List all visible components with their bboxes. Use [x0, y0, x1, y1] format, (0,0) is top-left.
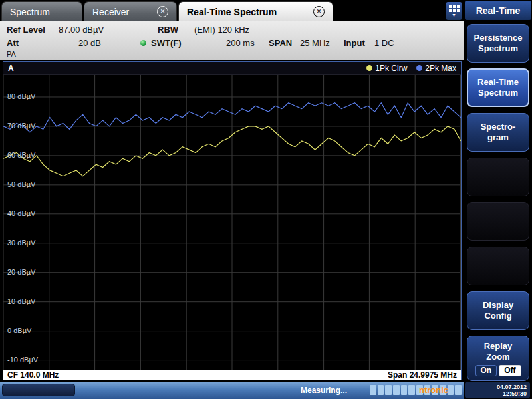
chart-header: A 1Pk Clrw2Pk Max: [3, 62, 461, 75]
legend-2pk-max: 2Pk Max: [416, 64, 456, 73]
progress-segment: [385, 385, 392, 395]
ref-level-label: Ref Level: [7, 25, 45, 35]
tab-spectrum[interactable]: Spectrum: [1, 1, 82, 21]
rbw-value[interactable]: (EMI) 120 kHz: [194, 25, 249, 35]
softkey-label: Persistence: [474, 33, 523, 43]
measuring-status: Measuring...: [301, 386, 347, 395]
chevron-down-icon: ▼: [452, 13, 456, 17]
tab-close-icon[interactable]: ✕: [313, 6, 325, 17]
replay-zoom-toggle: OnOff: [475, 365, 521, 376]
span-value[interactable]: 25 MHz: [300, 38, 330, 48]
softkey-panel: Real-Time PersistenceSpectrumReal-TimeSp…: [464, 0, 532, 399]
trace-canvas: [3, 75, 461, 370]
grid-menu-icon[interactable]: ▼: [446, 2, 462, 20]
progress-segment: [401, 385, 408, 395]
rbw-label: RBW: [158, 25, 178, 35]
trace-marker-icon: [416, 65, 422, 71]
tab-real-time-spectrum[interactable]: Real-Time Spectrum✕: [178, 1, 333, 21]
datetime-box: 04.07.2012 12:59:30: [465, 382, 530, 398]
window-label: A: [8, 64, 14, 73]
dots-grid-icon: [449, 5, 460, 12]
progress-segment: [370, 385, 376, 395]
ref-level-value[interactable]: 87.00 dBµV: [59, 25, 104, 35]
input-label: Input: [344, 38, 365, 48]
progress-segment: [455, 385, 462, 395]
watermark: ntronic: [419, 385, 448, 395]
screen: { "tabs": [ {"label": "Spectrum", "closa…: [0, 0, 532, 399]
date-label: 04.07.2012: [465, 384, 527, 390]
progress-segment: [408, 385, 415, 395]
pa-indicator: PA: [7, 50, 16, 58]
spectrum-chart: A 1Pk Clrw2Pk Max 80 dBµV70 dBµV60 dBµV5…: [3, 61, 462, 380]
swt-label: SWT(F): [151, 38, 181, 48]
softkey-empty: [467, 202, 529, 241]
softkey-spectro-gram[interactable]: Spectro-gram: [467, 113, 529, 152]
tab-bar: SpectrumReceiver✕Real-Time Spectrum✕: [0, 0, 464, 21]
softkey-label: Replay: [484, 341, 513, 352]
tab-label: Real-Time Spectrum: [187, 7, 277, 17]
center-frequency-readout[interactable]: CF 140.0 MHz: [7, 370, 59, 380]
settings-bar: Ref Level 87.00 dBµV RBW (EMI) 120 kHz A…: [0, 21, 464, 60]
toggle-option-off[interactable]: Off: [499, 365, 521, 376]
tab-receiver[interactable]: Receiver✕: [84, 1, 177, 21]
legend-1pk-clrw: 1Pk Clrw: [366, 64, 407, 73]
tab-label: Spectrum: [10, 7, 50, 17]
swt-led-icon: [140, 40, 146, 46]
softkey-persistence-spectrum[interactable]: PersistenceSpectrum: [467, 24, 529, 63]
trace-marker-icon: [366, 65, 372, 71]
softkey-real-time-spectrum[interactable]: Real-TimeSpectrum: [467, 68, 529, 107]
att-value[interactable]: 20 dB: [78, 38, 101, 48]
tab-close-icon[interactable]: ✕: [157, 6, 168, 17]
time-label: 12:59:30: [465, 390, 527, 397]
softkey-replay-zoom[interactable]: ReplayZoomOnOff: [467, 336, 529, 381]
menu-title: Real-Time: [465, 1, 531, 20]
softkey-display-config[interactable]: DisplayConfig: [467, 291, 529, 330]
status-bar: Measuring... ntronic: [0, 382, 464, 399]
legend-label: 1Pk Clrw: [375, 64, 407, 73]
input-value[interactable]: 1 DC: [374, 38, 394, 48]
softkey-label: Spectrum: [478, 43, 518, 54]
softkey-label: Spectrum: [478, 88, 518, 98]
swt-value[interactable]: 200 ms: [226, 38, 255, 48]
softkey-label: gram: [487, 132, 509, 143]
span-readout[interactable]: Span 24.9975 MHz: [388, 370, 457, 380]
softkey-label: Spectro-: [481, 122, 516, 132]
progress-segment: [393, 385, 400, 395]
tab-label: Receiver: [92, 7, 129, 17]
progress-segment: [378, 385, 384, 395]
softkey-empty: [467, 247, 529, 285]
att-label: Att: [7, 38, 19, 48]
progress-segment: [448, 385, 454, 395]
softkey-label: Zoom: [486, 352, 509, 362]
span-label: SPAN: [269, 38, 292, 48]
softkey-label: Config: [484, 311, 511, 321]
softkey-label: Display: [483, 300, 513, 311]
chart-footer: CF 140.0 MHz Span 24.9975 MHz: [3, 370, 461, 380]
plot-area: 80 dBµV70 dBµV60 dBµV50 dBµV40 dBµV30 dB…: [3, 75, 461, 370]
legend-label: 2Pk Max: [425, 64, 456, 73]
softkey-label: Real-Time: [477, 77, 519, 88]
statusbar-button[interactable]: [2, 384, 75, 396]
trace-legend: 1Pk Clrw2Pk Max: [366, 64, 456, 73]
softkey-empty: [467, 158, 529, 196]
toggle-option-on[interactable]: On: [475, 365, 497, 376]
